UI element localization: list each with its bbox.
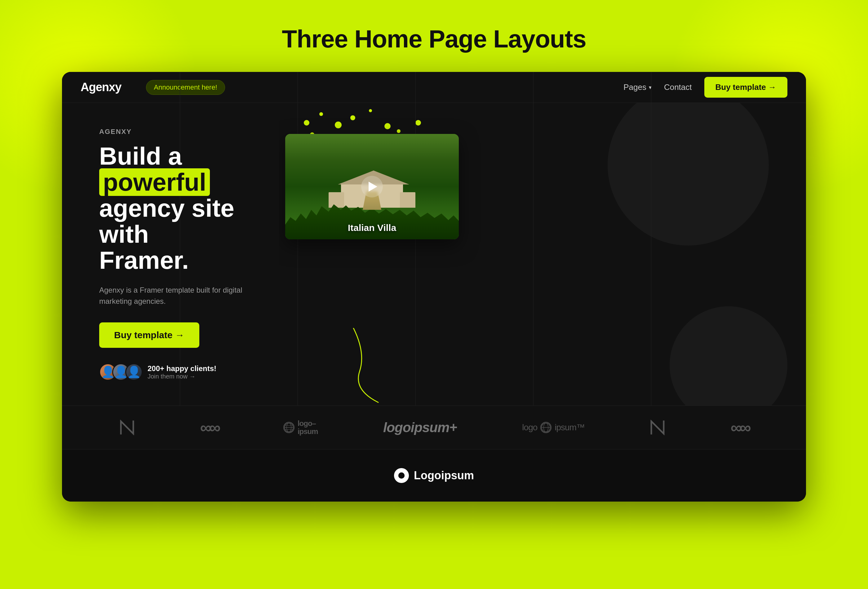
dot-4 [350,115,355,120]
video-card[interactable]: Italian Villa [285,134,459,239]
page-title-area: Three Home Page Layouts [282,25,586,53]
browser-window: Agenxy Announcement here! Pages ▾ Contac… [62,72,806,502]
logo-6 [650,420,665,435]
logo-1 [120,420,135,435]
logo-4: logoipsum+ [383,420,457,435]
chevron-down-icon: ▾ [649,84,652,91]
logos-bar: ∞∞ logo– ipsum logoipsum+ logo [62,406,806,449]
svg-point-8 [395,469,408,482]
hero-heading-highlight: powerful [99,168,210,196]
logo-ipsum-line1: logo– [298,419,318,428]
nav-announcement[interactable]: Announcement here! [146,80,225,95]
nav-contact-link[interactable]: Contact [664,83,692,92]
svg-point-9 [399,472,404,479]
play-icon [369,182,377,192]
hero-heading: Build a powerful agency site withFramer. [99,143,260,273]
svg-point-10 [400,475,403,479]
dot-2 [319,112,323,116]
avatar-3 [125,363,143,381]
hero-heading-part1: Build a [99,142,182,170]
globe-icon [283,422,294,433]
logo-ipsum-line2: ipsum [298,428,318,435]
building-wing-right [400,192,415,208]
nav-pages-link[interactable]: Pages ▾ [623,83,652,92]
hero-section: AGENXY Build a powerful agency site with… [62,103,806,406]
dot-11 [415,120,421,125]
logo-bold-ipsum-text: logoipsum+ [383,420,457,435]
page-title: Three Home Page Layouts [282,25,586,53]
nav-right: Pages ▾ Contact Buy template → [623,77,787,97]
hero-label: AGENXY [99,128,260,136]
nav-bar: Agenxy Announcement here! Pages ▾ Contac… [62,72,806,103]
hero-left: AGENXY Build a powerful agency site with… [62,103,279,406]
hero-right: Italian Villa [279,103,806,406]
decorative-curve [341,328,434,406]
logo-ipsum-spaced: logo [522,422,537,433]
nav-logo: Agenxy [81,81,121,94]
dot-10 [397,129,400,133]
nav-pages-label: Pages [623,83,647,92]
nav-contact-label: Contact [664,83,692,92]
logo-7: ∞∞ [731,418,748,437]
logo-n-icon-2 [650,420,665,435]
logo-ipsum-text: logo– ipsum [298,419,318,436]
play-button[interactable] [361,176,383,198]
decorative-circle-2 [670,306,787,406]
dot-1 [304,120,309,125]
logo-ipsum-spaced-2: ipsum™ [555,422,585,433]
avatars-row: 200+ happy clients! Join them now → [99,363,260,381]
globe-svg-2 [541,422,551,433]
bottom-logo-text: Logoipsum [414,469,474,482]
decorative-circle-1 [608,103,769,245]
bottom-section: Logoipsum [62,449,806,502]
clients-text: 200+ happy clients! Join them now → [148,364,216,380]
globe-svg [284,422,294,433]
logo-circle-svg [394,468,409,483]
clients-count: 200+ happy clients! [148,364,216,373]
dot-3 [335,121,342,128]
dot-5 [369,109,372,112]
building-wing-left [329,192,344,208]
avatars-group [99,363,143,381]
logo-n-icon [120,420,135,435]
nav-buy-template-button[interactable]: Buy template → [704,77,788,97]
logo-3: logo– ipsum [283,419,318,436]
hero-buy-template-button[interactable]: Buy template → [99,322,199,348]
bottom-logo: Logoipsum [394,468,474,483]
dot-6 [384,123,391,129]
video-label: Italian Villa [285,223,459,233]
logo-5: logo ipsum™ [522,422,585,433]
bottom-logo-icon [394,468,409,483]
logo-2: ∞∞ [200,418,218,437]
clients-sub: Join them now → [148,373,216,380]
hero-description: Agenxy is a Framer template built for di… [99,285,248,307]
nav-left: Agenxy Announcement here! [81,80,225,95]
video-background: Italian Villa [285,134,459,239]
logo-infinity-icon-2: ∞∞ [731,418,748,437]
globe-icon-2 [540,422,552,433]
hero-heading-part2: agency site withFramer. [99,194,234,274]
logo-infinity-icon: ∞∞ [200,418,218,437]
